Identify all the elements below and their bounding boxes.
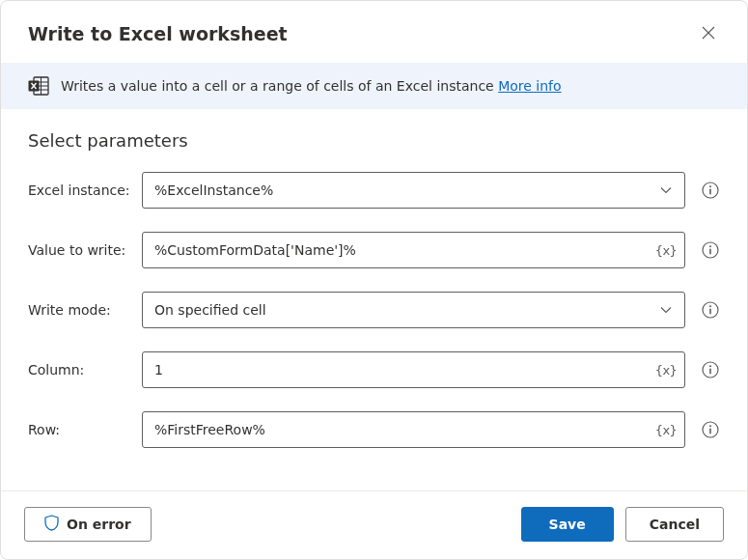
on-error-button[interactable]: On error (24, 507, 152, 542)
save-label: Save (549, 517, 586, 532)
label-column: Column: (28, 362, 132, 378)
excel-instance-value: %ExcelInstance% (154, 182, 273, 198)
svg-point-19 (709, 425, 711, 427)
help-icon[interactable] (701, 360, 720, 379)
svg-rect-20 (709, 429, 711, 434)
svg-point-16 (709, 365, 711, 367)
help-icon[interactable] (701, 420, 720, 439)
excel-instance-dropdown[interactable]: %ExcelInstance% (142, 172, 685, 209)
column-value: 1 (154, 362, 163, 378)
svg-rect-8 (709, 189, 711, 195)
label-value-to-write: Value to write: (28, 242, 132, 258)
help-icon[interactable] (701, 300, 720, 320)
control-wrap: %FirstFreeRow% {x} (142, 411, 685, 448)
svg-rect-11 (709, 249, 711, 255)
row-input[interactable]: %FirstFreeRow% (142, 411, 685, 448)
save-button[interactable]: Save (521, 507, 614, 542)
chevron-down-icon[interactable] (654, 298, 678, 322)
dialog: Write to Excel worksheet Writes a value (0, 0, 748, 560)
variable-picker-icon[interactable]: {x} (654, 418, 678, 441)
label-write-mode: Write mode: (28, 302, 132, 318)
row-write-mode: Write mode: On specified cell (28, 292, 720, 328)
banner-text: Writes a value into a cell or a range of… (61, 78, 562, 94)
close-button[interactable] (693, 18, 724, 49)
row-value-to-write: Value to write: %CustomFormData['Name']%… (28, 232, 720, 268)
row-value: %FirstFreeRow% (154, 422, 265, 437)
row-excel-instance: Excel instance: %ExcelInstance% (28, 172, 720, 209)
chevron-down-icon[interactable] (654, 179, 678, 202)
excel-icon (28, 76, 49, 96)
svg-rect-17 (709, 369, 711, 375)
write-mode-value: On specified cell (154, 302, 266, 318)
banner-description: Writes a value into a cell or a range of… (61, 78, 494, 94)
more-info-link[interactable]: More info (498, 78, 561, 94)
svg-point-10 (709, 245, 711, 247)
dialog-header: Write to Excel worksheet (1, 1, 747, 63)
help-icon[interactable] (701, 181, 720, 200)
label-row: Row: (28, 422, 132, 437)
write-mode-dropdown[interactable]: On specified cell (142, 292, 685, 328)
control-wrap: %CustomFormData['Name']% {x} (142, 232, 685, 268)
cancel-button[interactable]: Cancel (625, 507, 724, 542)
dialog-body: Select parameters Excel instance: %Excel… (1, 109, 747, 490)
value-to-write-value: %CustomFormData['Name']% (154, 242, 356, 258)
row-row: Row: %FirstFreeRow% {x} (28, 411, 720, 448)
svg-rect-14 (709, 309, 711, 315)
help-icon[interactable] (701, 240, 720, 260)
control-wrap: On specified cell (142, 292, 685, 328)
control-wrap: %ExcelInstance% (142, 172, 685, 209)
shield-icon (44, 515, 59, 534)
dialog-title: Write to Excel worksheet (28, 23, 288, 44)
svg-point-13 (709, 305, 711, 307)
column-input[interactable]: 1 (142, 351, 685, 388)
value-to-write-input[interactable]: %CustomFormData['Name']% (142, 232, 685, 268)
dialog-footer: On error Save Cancel (1, 490, 747, 559)
control-wrap: 1 {x} (142, 351, 685, 388)
info-banner: Writes a value into a cell or a range of… (1, 63, 747, 109)
variable-picker-icon[interactable]: {x} (654, 358, 678, 381)
row-column: Column: 1 {x} (28, 351, 720, 388)
section-title: Select parameters (28, 130, 720, 151)
cancel-label: Cancel (650, 517, 700, 532)
label-excel-instance: Excel instance: (28, 182, 132, 198)
variable-picker-icon[interactable]: {x} (654, 238, 678, 262)
svg-point-7 (709, 185, 711, 187)
close-icon (702, 26, 715, 42)
on-error-label: On error (67, 517, 131, 532)
